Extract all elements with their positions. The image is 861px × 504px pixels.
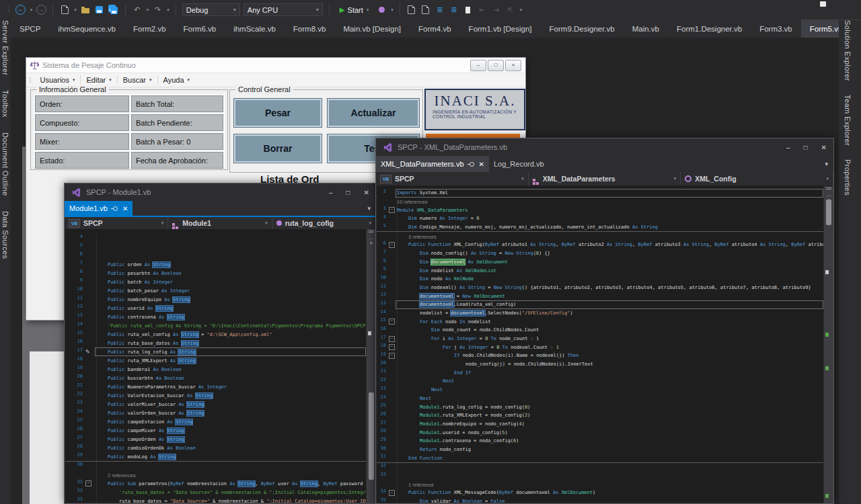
editor-split-handle[interactable]: [826, 187, 831, 196]
menu-item-buscar[interactable]: Buscar▾: [118, 73, 157, 87]
module1-scrollbar[interactable]: ▲: [367, 229, 376, 503]
fold-collapse-icon[interactable]: −: [389, 353, 395, 359]
xml-close-button[interactable]: ✕: [821, 144, 827, 151]
nav-project-dropdown[interactable]: VB SPCP▾: [65, 217, 168, 229]
fold-collapse-icon[interactable]: −: [389, 242, 395, 248]
nav-member-dropdown[interactable]: ruta_log_cofig▾: [272, 217, 376, 229]
side-panel-tab[interactable]: Properties: [844, 159, 852, 196]
document-tab[interactable]: SPCP: [11, 19, 49, 38]
scrollbar-thumb[interactable]: [826, 200, 831, 225]
menu-item-usuarios[interactable]: Usuarios▾: [35, 73, 81, 87]
menu-grip[interactable]: ⁞⁞: [29, 77, 30, 84]
side-panel-tab[interactable]: Server Explorer: [1, 20, 9, 75]
new-file-chevron-icon[interactable]: ▾: [74, 7, 77, 13]
side-panel-tab[interactable]: Team Explorer: [844, 95, 852, 146]
nav-project-dropdown[interactable]: VB SPCP▾: [376, 172, 529, 185]
fold-collapse-icon[interactable]: −: [389, 207, 395, 213]
document-tab[interactable]: Form1.Designer.vb: [668, 19, 751, 38]
bookmark-prev-icon[interactable]: ⇤: [477, 5, 488, 15]
module1-titlebar[interactable]: SPCP - Module1.vb ‒ □ ✕: [65, 183, 376, 201]
fold-collapse-icon[interactable]: −: [85, 480, 91, 487]
document-tab[interactable]: Form2.vb: [124, 19, 175, 38]
redo-icon[interactable]: ↷: [152, 5, 163, 15]
solution-platform-select[interactable]: Any CPU▾: [244, 3, 323, 16]
bookmark-next-icon[interactable]: ⇥: [491, 5, 502, 15]
scroll-up-icon[interactable]: ▲: [367, 239, 376, 246]
pin-icon[interactable]: [470, 162, 474, 167]
navigate-back-chevron-icon[interactable]: ▾: [30, 7, 33, 13]
document-tab[interactable]: ihmSequence.vb: [49, 19, 124, 38]
pin-icon[interactable]: [113, 206, 118, 211]
xml-maximize-button[interactable]: □: [804, 144, 808, 151]
undo-chevron-icon[interactable]: ▾: [147, 7, 149, 13]
save-icon[interactable]: [94, 5, 105, 15]
undo-icon[interactable]: ↶: [132, 5, 143, 15]
nav-type-dropdown[interactable]: XML_DataParameters▾: [529, 172, 681, 185]
indent-lines-icon[interactable]: ≣: [435, 5, 445, 15]
xml-titlebar[interactable]: SPCP - XML_DataParameters.vb ‒ □ ✕: [376, 138, 833, 156]
attach-process-icon[interactable]: [376, 5, 387, 15]
document-tab[interactable]: Main.vb [Design]: [334, 19, 410, 38]
actualizar-button[interactable]: Actualizar: [327, 98, 420, 128]
module1-close-button[interactable]: ✕: [364, 189, 369, 196]
document-tab[interactable]: Main.vb: [624, 19, 668, 38]
tab-list-chevron-icon[interactable]: ▾: [825, 161, 828, 167]
start-debugging-button[interactable]: ▶ Start ▾: [336, 3, 373, 17]
tab-xml-dataparameters[interactable]: XML_DataParameters.vb ✕: [376, 156, 489, 172]
tab-log-record[interactable]: Log_Record.vb: [489, 156, 549, 172]
close-tab-icon[interactable]: ✕: [479, 161, 484, 168]
attach-chevron-icon[interactable]: ▾: [391, 7, 394, 13]
scrollbar-thumb[interactable]: [369, 392, 374, 480]
document-tab[interactable]: Form9.Designer.vb: [541, 19, 624, 38]
codelens-references[interactable]: 1 reference: [396, 480, 434, 489]
bookmark-icon[interactable]: [463, 5, 474, 15]
solution-configuration-select[interactable]: Debug▾: [182, 3, 240, 16]
outdent-lines-icon[interactable]: ≣: [449, 5, 459, 15]
close-tab-icon[interactable]: ✕: [122, 205, 128, 212]
side-panel-tab[interactable]: Toolbox: [1, 90, 9, 118]
side-panel-tab[interactable]: Solution Explorer: [844, 20, 852, 81]
document-tab[interactable]: Form8.vb: [285, 19, 335, 38]
side-panel-tab[interactable]: Document Outline: [1, 132, 9, 196]
toolbar-grip[interactable]: ⁞: [8, 6, 9, 13]
bookmark-clear-icon[interactable]: ⇱: [505, 5, 516, 15]
open-file-icon[interactable]: [80, 5, 91, 15]
doc-pair-icon-2[interactable]: [420, 5, 431, 15]
form-titlebar[interactable]: Sistema de Pesaje Continuo ‒ □ ×: [26, 58, 525, 73]
save-all-icon[interactable]: [108, 5, 119, 15]
document-tab[interactable]: ihmScale.vb: [225, 19, 285, 38]
codelens-references[interactable]: 3 references: [396, 232, 437, 241]
navigate-back-icon[interactable]: ←: [15, 5, 26, 15]
module1-code-editor[interactable]: 4567Public orden As String8Public pesarb…: [65, 229, 366, 503]
fold-collapse-icon[interactable]: −: [389, 319, 395, 325]
nav-member-dropdown[interactable]: XML_Config▾: [681, 172, 833, 185]
document-tab[interactable]: Form3.vb: [751, 19, 801, 38]
fold-collapse-icon[interactable]: −: [389, 344, 395, 350]
form-minimize-button[interactable]: ‒: [470, 60, 486, 71]
borrar-button[interactable]: Borrar: [233, 134, 322, 163]
xml-minimize-button[interactable]: ‒: [786, 144, 790, 151]
window-chrome-icon[interactable]: [820, 1, 826, 7]
xml-scrollbar[interactable]: ▲: [824, 186, 833, 503]
module1-minimize-button[interactable]: ‒: [329, 189, 333, 196]
doc-pair-icon-1[interactable]: [406, 5, 417, 15]
document-tab[interactable]: Form1.vb [Design]: [460, 19, 541, 38]
codelens-references[interactable]: 10 references: [396, 198, 428, 206]
nav-type-dropdown[interactable]: Module1▾: [168, 217, 272, 229]
codelens-references[interactable]: 2 references: [95, 470, 136, 479]
fold-collapse-icon[interactable]: −: [389, 490, 395, 496]
editor-split-handle[interactable]: [369, 230, 374, 239]
redo-chevron-icon[interactable]: ▾: [167, 7, 170, 13]
side-panel-tab[interactable]: Data Sources: [1, 211, 9, 259]
module1-maximize-button[interactable]: □: [346, 189, 350, 196]
document-tab[interactable]: Form4.vb: [410, 19, 460, 38]
pesar-button[interactable]: Pesar: [233, 98, 322, 128]
menu-item-ayuda[interactable]: Ayuda▾: [158, 73, 196, 87]
tab-list-chevron-icon[interactable]: ▾: [367, 205, 371, 212]
tab-module1[interactable]: Module1.vb ✕: [65, 201, 133, 216]
new-file-icon[interactable]: [59, 5, 70, 15]
bookmark-chevron-icon[interactable]: ▾: [520, 7, 523, 13]
navigate-forward-icon[interactable]: →: [36, 5, 46, 15]
document-tab[interactable]: Form6.vb: [175, 19, 225, 38]
fold-collapse-icon[interactable]: −: [389, 336, 395, 342]
